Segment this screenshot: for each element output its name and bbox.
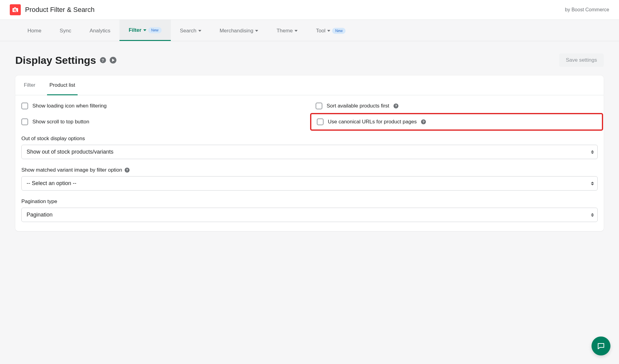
- checkbox-icon: [316, 103, 322, 109]
- help-icon[interactable]: ?: [394, 104, 398, 108]
- checkbox-scroll-top[interactable]: Show scroll to top button: [21, 117, 303, 126]
- nav-search[interactable]: Search: [171, 20, 211, 41]
- nav-label: Merchandising: [220, 28, 254, 34]
- select-pagination-type[interactable]: Pagination: [21, 208, 598, 222]
- select-out-of-stock[interactable]: Show out of stock products/variants: [21, 145, 598, 159]
- page-title-row: Display Settings ?: [15, 54, 116, 66]
- camera-search-icon: [12, 6, 19, 13]
- checkbox-icon: [317, 118, 324, 125]
- new-badge: New: [332, 28, 346, 34]
- select-value[interactable]: -- Select an option --: [21, 176, 598, 191]
- help-icon[interactable]: ?: [125, 168, 130, 173]
- nav-merchandising[interactable]: Merchandising: [211, 20, 268, 41]
- highlight-box: Use canonical URLs for product pages ?: [310, 113, 603, 131]
- checkbox-icon: [21, 103, 28, 109]
- checkbox-label: Use canonical URLs for product pages: [328, 119, 417, 125]
- brand: Product Filter & Search: [10, 4, 94, 15]
- field-variant-image: Show matched variant image by filter opt…: [21, 167, 598, 191]
- checkbox-canonical-urls[interactable]: Use canonical URLs for product pages ?: [317, 118, 596, 125]
- checkbox-label: Sort available products first: [327, 103, 389, 109]
- chevron-down-icon: [327, 30, 330, 32]
- chevron-down-icon: [143, 29, 146, 31]
- app-byline: by Boost Commerce: [565, 7, 609, 13]
- settings-card: Filter Product list Show loading icon wh…: [15, 75, 604, 231]
- help-icon[interactable]: ?: [421, 119, 426, 124]
- select-variant-image[interactable]: -- Select an option --: [21, 176, 598, 191]
- app-header: Product Filter & Search by Boost Commerc…: [0, 0, 619, 20]
- card-tabs: Filter Product list: [15, 75, 604, 95]
- nav-label: Analytics: [90, 28, 110, 34]
- select-arrows-icon: [591, 182, 594, 185]
- checkbox-loading-icon[interactable]: Show loading icon when filtering: [21, 103, 303, 109]
- label-text: Show matched variant image by filter opt…: [21, 167, 122, 173]
- select-value[interactable]: Show out of stock products/variants: [21, 145, 598, 159]
- save-settings-button[interactable]: Save settings: [559, 53, 604, 67]
- checkbox-icon: [21, 118, 28, 125]
- chevron-down-icon: [295, 30, 298, 32]
- help-icon[interactable]: ?: [100, 57, 106, 63]
- label-text: Pagination type: [21, 198, 57, 205]
- field-label: Show matched variant image by filter opt…: [21, 167, 598, 173]
- new-badge: New: [148, 27, 162, 33]
- label-text: Out of stock display options: [21, 136, 85, 142]
- tab-filter[interactable]: Filter: [21, 75, 38, 95]
- field-pagination-type: Pagination type Pagination: [21, 198, 598, 222]
- checkbox-sort-available[interactable]: Sort available products first ?: [316, 103, 598, 109]
- nav-label: Sync: [60, 28, 71, 34]
- tab-product-list[interactable]: Product list: [47, 75, 78, 95]
- nav-sync[interactable]: Sync: [50, 20, 80, 41]
- app-title: Product Filter & Search: [25, 6, 94, 14]
- app-logo: [10, 4, 21, 15]
- page-content: Display Settings ? Save settings Filter …: [0, 41, 619, 243]
- select-arrows-icon: [591, 213, 594, 217]
- checkbox-label: Show scroll to top button: [32, 119, 89, 125]
- nav-label: Tool: [316, 28, 325, 34]
- nav-label: Theme: [277, 28, 293, 34]
- svg-rect-3: [14, 7, 16, 8]
- select-value[interactable]: Pagination: [21, 208, 598, 222]
- nav-tool[interactable]: Tool New: [307, 20, 355, 41]
- chevron-down-icon: [255, 30, 258, 32]
- nav-home[interactable]: Home: [18, 20, 50, 41]
- nav-label: Search: [180, 28, 196, 34]
- nav-label: Filter: [129, 27, 141, 33]
- checkbox-label: Show loading icon when filtering: [32, 103, 107, 109]
- main-nav: Home Sync Analytics Filter New Search Me…: [0, 20, 619, 41]
- page-header: Display Settings ? Save settings: [15, 53, 604, 67]
- checkbox-grid: Show loading icon when filtering Sort av…: [21, 103, 598, 126]
- field-out-of-stock: Out of stock display options Show out of…: [21, 136, 598, 159]
- field-label: Pagination type: [21, 198, 598, 205]
- card-body: Show loading icon when filtering Sort av…: [15, 95, 604, 231]
- page-title: Display Settings: [15, 54, 96, 66]
- chevron-down-icon: [198, 30, 201, 32]
- nav-theme[interactable]: Theme: [267, 20, 307, 41]
- svg-rect-0: [13, 8, 18, 12]
- nav-filter[interactable]: Filter New: [119, 20, 171, 41]
- play-video-icon[interactable]: [110, 57, 116, 64]
- nav-label: Home: [27, 28, 41, 34]
- field-label: Out of stock display options: [21, 136, 598, 142]
- select-arrows-icon: [591, 150, 594, 154]
- nav-analytics[interactable]: Analytics: [80, 20, 119, 41]
